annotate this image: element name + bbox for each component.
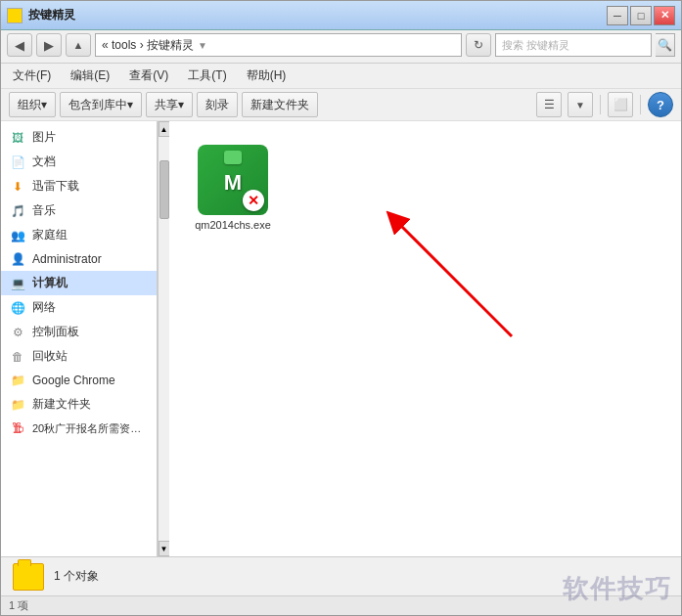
title-bar: 按键精灵 ─ □ ✕: [1, 1, 681, 30]
sidebar-label-chrome: Google Chrome: [32, 374, 115, 387]
svg-line-0: [394, 219, 512, 336]
up-button[interactable]: ▲: [66, 33, 91, 57]
scroll-down-arrow[interactable]: ▼: [159, 541, 170, 556]
scrollbar-thumb[interactable]: [159, 160, 169, 219]
red-arrow-svg: [365, 199, 522, 356]
window-title: 按键精灵: [28, 7, 75, 23]
title-bar-controls: ─ □ ✕: [607, 6, 675, 25]
sidebar-label-documents: 文档: [32, 154, 56, 170]
organize-label: 组织▾: [18, 97, 47, 113]
status-count: 1 个对象: [54, 568, 99, 585]
sidebar-item-administrator[interactable]: 👤 Administrator: [1, 247, 157, 271]
title-bar-left: 按键精灵: [7, 7, 75, 23]
sidebar-item-music[interactable]: 🎵 音乐: [1, 198, 157, 223]
homegroup-icon: 👥: [9, 228, 26, 243]
breadcrumb-text: « tools › 按键精灵: [102, 37, 194, 54]
back-button[interactable]: ◀: [7, 33, 32, 57]
sidebar-item-pictures[interactable]: 🖼 图片: [1, 125, 157, 150]
status-bar: 1 个对象: [1, 556, 681, 595]
breadcrumb-arrow[interactable]: ▼: [198, 40, 207, 51]
recycle-icon: 🗑: [9, 349, 26, 365]
toolbar-area: ◀ ▶ ▲ « tools › 按键精灵 ▼ ↻ 搜索 按键精灵 🔍: [1, 30, 681, 64]
sidebar-label-recycle: 回收站: [32, 348, 68, 365]
main-area: 🖼 图片 📄 文档 ⬇ 迅雷下载 🎵 音乐 👥 家庭组 👤 Adminis: [1, 121, 681, 556]
share-button[interactable]: 共享▾: [146, 92, 193, 117]
refresh-button[interactable]: ↻: [466, 33, 491, 57]
status-folder-icon: [13, 563, 44, 591]
sidebar-item-zip[interactable]: 🗜 20秋广开报名所需资料.zip: [1, 417, 157, 440]
file-area: M ✕ qm2014chs.exe: [169, 121, 681, 556]
burn-button[interactable]: 刻录: [197, 92, 238, 117]
zip-icon: 🗜: [9, 420, 26, 436]
command-bar: 组织▾ 包含到库中▾ 共享▾ 刻录 新建文件夹 ☰ ▼ ⬜ ?: [1, 89, 681, 121]
menu-edit[interactable]: 编辑(E): [67, 66, 114, 86]
panel-toggle-button[interactable]: ⬜: [608, 92, 633, 117]
sidebar-item-new-folder[interactable]: 📁 新建文件夹: [1, 392, 157, 417]
share-label: 共享▾: [155, 97, 184, 113]
sidebar-label-administrator: Administrator: [32, 252, 102, 266]
separator2: [640, 95, 641, 114]
menu-view[interactable]: 查看(V): [125, 66, 172, 86]
separator: [600, 95, 601, 114]
sidebar-item-network[interactable]: 🌐 网络: [1, 295, 157, 320]
sidebar-label-downloads: 迅雷下载: [32, 178, 79, 195]
new-folder-button[interactable]: 新建文件夹: [242, 92, 318, 117]
sidebar-item-homegroup[interactable]: 👥 家庭组: [1, 223, 157, 247]
sidebar-label-controlpanel: 控制面板: [32, 324, 79, 340]
sidebar-item-documents[interactable]: 📄 文档: [1, 150, 157, 174]
menu-tools[interactable]: 工具(T): [184, 66, 230, 86]
sidebar-item-downloads[interactable]: ⬇ 迅雷下载: [1, 174, 157, 198]
user-icon: 👤: [9, 251, 26, 267]
menu-file[interactable]: 文件(F): [9, 66, 55, 86]
minimize-button[interactable]: ─: [607, 6, 628, 25]
close-button[interactable]: ✕: [654, 6, 675, 25]
scroll-up-arrow[interactable]: ▲: [159, 121, 170, 137]
burn-label: 刻录: [205, 97, 229, 113]
sidebar-item-computer[interactable]: 💻 计算机: [1, 271, 157, 295]
file-item-qm2014[interactable]: M ✕ qm2014chs.exe: [189, 141, 277, 235]
file-name: qm2014chs.exe: [195, 219, 271, 231]
documents-icon: 📄: [9, 154, 26, 170]
sidebar: 🖼 图片 📄 文档 ⬇ 迅雷下载 🎵 音乐 👥 家庭组 👤 Adminis: [1, 121, 158, 556]
sidebar-label-zip: 20秋广开报名所需资料.zip: [32, 421, 149, 436]
arrow-annotation: [365, 199, 522, 359]
view-mode-button[interactable]: ☰: [536, 92, 562, 117]
sidebar-label-music: 音乐: [32, 202, 56, 219]
file-icon-wrap: M ✕: [198, 145, 268, 215]
icon-letter: M: [224, 170, 242, 196]
pictures-icon: 🖼: [9, 130, 26, 146]
icon-badge: ✕: [243, 190, 264, 211]
view-toggle-button[interactable]: ▼: [568, 92, 593, 117]
include-library-button[interactable]: 包含到库中▾: [60, 92, 142, 117]
organize-button[interactable]: 组织▾: [9, 92, 56, 117]
help-button[interactable]: ?: [648, 92, 673, 117]
maximize-button[interactable]: □: [630, 6, 652, 25]
search-input[interactable]: 搜索 按键精灵: [495, 33, 652, 57]
computer-icon: 💻: [9, 276, 26, 291]
network-icon: 🌐: [9, 300, 26, 316]
menu-bar: 文件(F) 编辑(E) 查看(V) 工具(T) 帮助(H): [1, 64, 681, 89]
sidebar-label-computer: 计算机: [32, 275, 68, 291]
search-icon[interactable]: 🔍: [656, 33, 675, 57]
sidebar-scrollbar[interactable]: ▲ ▼: [158, 121, 169, 556]
music-icon: 🎵: [9, 203, 26, 219]
address-bar[interactable]: « tools › 按键精灵 ▼: [95, 33, 462, 57]
chrome-icon: 📁: [9, 373, 26, 388]
sidebar-item-chrome[interactable]: 📁 Google Chrome: [1, 369, 157, 392]
downloads-icon: ⬇: [9, 179, 26, 195]
nav-row: ◀ ▶ ▲ « tools › 按键精灵 ▼ ↻ 搜索 按键精灵 🔍: [7, 33, 675, 57]
forward-button[interactable]: ▶: [36, 33, 62, 57]
explorer-window: 按键精灵 ─ □ ✕ ◀ ▶ ▲ « tools › 按键精灵 ▼ ↻ 搜索 按…: [0, 0, 682, 616]
sidebar-item-recycle[interactable]: 🗑 回收站: [1, 344, 157, 369]
menu-help[interactable]: 帮助(H): [243, 66, 291, 86]
file-icon: M ✕: [198, 145, 268, 215]
sidebar-label-new-folder: 新建文件夹: [32, 396, 91, 413]
controlpanel-icon: ⚙: [9, 325, 26, 340]
sidebar-label-pictures: 图片: [32, 129, 56, 146]
folder-icon: 📁: [9, 397, 26, 413]
new-folder-label: 新建文件夹: [250, 97, 309, 113]
sidebar-item-controlpanel[interactable]: ⚙ 控制面板: [1, 320, 157, 344]
sidebar-label-homegroup: 家庭组: [32, 227, 68, 243]
search-placeholder: 搜索 按键精灵: [502, 38, 569, 53]
bottom-bar: 1 项: [1, 595, 681, 615]
